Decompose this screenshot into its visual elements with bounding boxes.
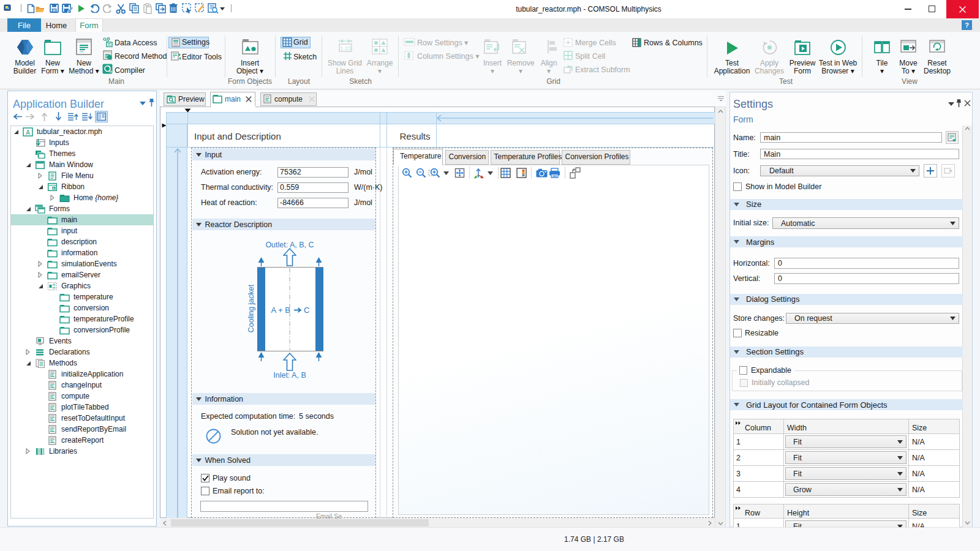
svg-text:1.23: 1.23 <box>340 45 351 51</box>
svg-text:A: A <box>26 129 30 135</box>
